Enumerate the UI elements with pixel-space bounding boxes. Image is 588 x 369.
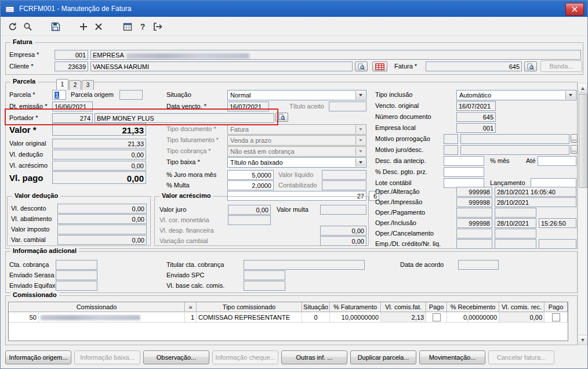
tipo-cobranca-label: Tipo cobrança * (166, 147, 211, 155)
tab-1[interactable]: 1 (56, 79, 68, 90)
plus-icon (78, 21, 89, 32)
oper-alteracao-label: Oper./Alteração (375, 188, 419, 196)
calendar-icon (122, 21, 133, 32)
enviado-spc-field (244, 270, 285, 280)
tipo-inclusao-value: Automático (459, 92, 491, 99)
header-vl-comis-rec: Vl. comis. rec. (499, 302, 545, 312)
informacao-origem-button[interactable]: Informação origem... (5, 350, 71, 364)
scrollbar-thumb[interactable] (579, 94, 587, 188)
data-vencto-label: Data vencto. * (166, 103, 206, 110)
vencto-original-field: 16/07/2021 (456, 101, 496, 111)
help-icon: ? (140, 22, 146, 31)
close-button[interactable] (565, 3, 584, 16)
valor-original-field: 21,33 (52, 139, 146, 149)
lookup-icon (527, 63, 534, 70)
calendar-button[interactable] (120, 19, 135, 34)
scroll-up-button[interactable] (578, 84, 587, 93)
tab-3[interactable]: 3 (82, 80, 94, 90)
movimentacao-button[interactable]: Movimentação... (419, 350, 485, 364)
pago-faturamento-cell (426, 312, 447, 323)
vl-pago-label: Vl. pago (9, 173, 43, 183)
search-button[interactable] (20, 19, 35, 34)
tipo-faturamento-combo: Venda a prazo (227, 135, 366, 146)
tipo-baixa-combo[interactable]: Título não baixado (227, 157, 366, 168)
oper-cancelamento-label: Oper./Cancelamento (375, 230, 434, 237)
exit-button[interactable] (150, 19, 165, 34)
parcela-group: Parcela 1 2 3 Parcela * 1 Parcela origem… (5, 82, 578, 249)
situacao-combo[interactable]: Normal (227, 90, 366, 100)
emp-dt-credito-label: Emp./Dt. crédito/Nr. liq. (375, 240, 441, 248)
add-button[interactable] (76, 19, 91, 34)
numero-documento-label: Número documento (375, 113, 431, 121)
ate-field[interactable] (538, 156, 576, 166)
tipo-documento-label: Tipo documento * (166, 125, 216, 133)
motivo-juro-desc-browse-button[interactable]: … (571, 145, 578, 154)
juro-mora-field[interactable]: 5,0000 (227, 170, 274, 180)
tipo-inclusao-combo[interactable]: Automático (456, 90, 576, 100)
enviado-serasa-field (56, 270, 97, 280)
help-button[interactable]: ? (135, 19, 150, 34)
oper-inclusao-oper-field: 999998 (456, 218, 492, 228)
tab-2[interactable]: 2 (69, 80, 81, 90)
vl-desp-financeira-label: Vl. desp. financeira (159, 227, 214, 234)
parcela-label: Parcela * (9, 91, 35, 99)
comissionado-group: Comissionado Comissionado » Tipo comissi… (5, 295, 578, 345)
fatura-lookup-button[interactable] (524, 62, 537, 71)
dt-emissao-label: Dt. emissão * (9, 103, 47, 110)
vl-desp-financeira-field: 0,00 (320, 226, 366, 236)
save-button[interactable] (48, 19, 63, 34)
empresa-local-label: Empresa local (375, 124, 416, 132)
pago-faturamento-checkbox[interactable] (433, 313, 441, 321)
var-cambial-label: Var. cambial (11, 236, 46, 244)
valor-acrescimo-group: Valor acréscimo Valor juro 0,00 Valor mu… (154, 196, 369, 246)
oper-alteracao-oper-field: 999998 (456, 187, 492, 197)
motivo-juro-desc-label: Motivo juro/desc. (375, 146, 423, 154)
valor-multa-label: Valor multa (277, 206, 308, 214)
undo-button[interactable] (5, 19, 20, 34)
parcela-origem-label: Parcela origem (71, 91, 114, 99)
red-grid-icon (375, 63, 384, 70)
desc-dia-antecip-field[interactable] (444, 156, 484, 166)
valor-imposto-field (57, 225, 147, 234)
title-bar[interactable]: FCRFM001 - Manutenção de Fatura (1, 1, 587, 17)
vl-desconto-label: Vl. desconto (11, 205, 46, 212)
titulo-aceito-field (329, 102, 366, 111)
pago-recebimento-checkbox[interactable] (552, 313, 560, 321)
outras-inf-button[interactable]: Outras inf. ... (281, 350, 347, 364)
data-vencto-field: 16/07/2021 (227, 102, 269, 111)
scroll-down-button[interactable] (578, 335, 587, 345)
multa-field[interactable]: 2,0000 (227, 180, 274, 190)
valor-deducao-legend: Valor dedução (12, 192, 60, 199)
valor-imposto-label: Valor imposto (11, 226, 49, 233)
tipo-baixa-value: Título não baixado (230, 159, 283, 166)
observacao-button[interactable]: Observação... (143, 350, 209, 364)
motivo-prorrogacao-browse-button[interactable]: … (571, 134, 578, 143)
vertical-scrollbar[interactable] (578, 83, 587, 345)
chevron-down-icon (355, 91, 365, 99)
ate-label: Até (526, 157, 536, 165)
portador-lookup-button[interactable] (275, 113, 288, 122)
vl-deducao-label: Vl. dedução (9, 151, 43, 158)
desc-pgto-prz-field[interactable] (444, 167, 484, 177)
tipo-baixa-label: Tipo baixa * (166, 158, 200, 166)
cliente-grid-button[interactable] (372, 62, 387, 71)
oper-inclusao-time-field: 15:26:50 (539, 218, 576, 228)
parcela-field[interactable]: 1 (52, 90, 66, 100)
app-window: FCRFM001 - Manutenção de Fatura ? Fatura… (0, 0, 588, 369)
expand-column-button[interactable]: » (185, 302, 197, 312)
cliente-lookup-button[interactable] (355, 62, 368, 71)
chevron-down-icon (565, 91, 575, 99)
empresa-code-field: 001 (55, 50, 88, 60)
variacao-cambial-label: Variação cambial (159, 237, 208, 245)
comissionado-row[interactable]: 50 1 COMISSAO REPRESENTANTE 0 10,0000000… (9, 312, 568, 323)
emp-dt-credito-numero-field (539, 239, 576, 249)
header-vl-comis-fat: Vl. comis.fat. (381, 302, 426, 312)
delete-button[interactable] (91, 19, 106, 34)
vl-deducao-field: 0,00 (52, 150, 146, 160)
fatura-group-legend: Fatura (10, 38, 35, 45)
exit-icon (153, 21, 163, 32)
valor-acrescimo-legend: Valor acréscimo (159, 192, 213, 199)
pct-recebimento-cell: 0,00000000 (447, 312, 499, 323)
duplicar-parcela-button[interactable]: Duplicar parcela... (350, 350, 416, 364)
cta-cobranca-field (56, 260, 97, 270)
